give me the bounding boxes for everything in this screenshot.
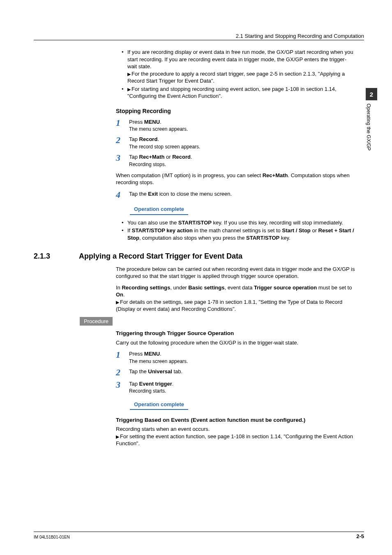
step-3: 3 Tap Event trigger. Recording starts. (116, 380, 355, 395)
reference-arrow-icon (127, 71, 131, 77)
step-number: 3 (116, 153, 129, 162)
step-bold: Record (172, 154, 191, 160)
step-bold: Rec+Math (139, 154, 165, 160)
step-note: Recording starts. (129, 388, 355, 394)
bullet-bold: Start / Stop (282, 227, 310, 234)
step-2: 2 Tap the Universal tab. (116, 368, 355, 377)
bullet-text: If (127, 227, 132, 234)
step-bold: Event trigger (139, 381, 172, 387)
list-item: You can also use the START/STOP key. If … (122, 219, 355, 227)
bullet-text: You can also use the (127, 220, 178, 226)
paragraph: In Recording settings, under Basic setti… (116, 284, 355, 298)
step-bold: Record (139, 136, 158, 142)
list-item: If START/STOP key action in the math cha… (122, 227, 355, 241)
step-note: Recording stops. (129, 161, 355, 168)
para-bold: Trigger source operation (254, 284, 317, 291)
reference-text: For setting the event action function, s… (116, 433, 353, 447)
footer-page-number: 2-5 (356, 533, 364, 539)
section-heading-2-1-3: 2.1.3 Applying a Record Start Trigger fo… (34, 251, 355, 261)
step-3: 3 Tap Rec+Math or Record. Recording stop… (116, 153, 355, 168)
para-bold: Basic settings (188, 284, 224, 291)
reference-arrow-icon (116, 299, 120, 305)
chapter-tab: 2 Operating the GX/GP (366, 88, 377, 150)
step-text: . (160, 351, 161, 357)
subheading-trigger-events: Triggering Based on Events (Event action… (116, 416, 355, 424)
para-text: In (116, 284, 122, 291)
step-text: . (191, 154, 192, 160)
step-number: 2 (116, 136, 129, 145)
section-number: 2.1.3 (34, 251, 79, 261)
bullet-text: , computation also stops when you press … (139, 235, 246, 241)
step-number: 1 (116, 350, 129, 359)
step-text: Press (129, 119, 144, 125)
para-bold: Recording settings (122, 284, 170, 291)
bullet-text: key. If you use this key, recording will… (212, 220, 343, 226)
step-text: or (164, 154, 172, 160)
bullet-text: or (311, 227, 318, 234)
chapter-tab-label: Operating the GX/GP (366, 104, 371, 150)
paragraph: The procedure below can be carried out w… (116, 266, 355, 280)
reference-arrow-icon (116, 433, 120, 439)
bullet-text: key. (279, 235, 291, 241)
para-text: When computation (/MT option) is in prog… (116, 172, 263, 178)
post-bullet-list: You can also use the START/STOP key. If … (116, 219, 355, 242)
step-number: 3 (116, 380, 129, 389)
step-2: 2 Tap Record. The record stop screen app… (116, 136, 355, 150)
para-text: . (123, 291, 125, 298)
step-text: Tap (129, 154, 139, 160)
step-1: 1 Press MENU. The menu screen appears. (116, 350, 355, 365)
list-item: If you are recording display or event da… (122, 49, 355, 85)
para-bold: On (116, 291, 123, 298)
paragraph: When computation (/MT option) is in prog… (116, 172, 355, 186)
bullet-bold: START/STOP key action (132, 227, 193, 234)
step-bold: Universal (148, 368, 172, 375)
reference-text: For starting and stopping recording usin… (127, 86, 337, 99)
step-bold: MENU (144, 351, 160, 357)
para-bold: Rec+Math (263, 172, 288, 178)
paragraph: Recording starts when an event occurs. (116, 426, 355, 433)
step-text: Tap (129, 381, 139, 387)
step-number: 2 (116, 368, 129, 377)
step-text: Tap the (129, 191, 148, 197)
step-note: The record stop screen appears. (129, 143, 355, 150)
chapter-tab-number: 2 (366, 88, 377, 100)
reference-line: For setting the event action function, s… (116, 433, 355, 447)
step-note: The menu screen appears. (129, 126, 355, 132)
subheading-trigger-source: Triggering through Trigger Source Operat… (116, 330, 355, 337)
running-header: 2.1 Starting and Stopping Recording and … (236, 33, 364, 39)
step-number: 1 (116, 118, 129, 127)
step-text: . (157, 136, 159, 142)
procedure-label: Procedure (80, 317, 113, 326)
operation-complete-badge: Operation complete (130, 400, 188, 410)
reference-line: For details on the settings, see page 1-… (116, 298, 355, 313)
step-number: 4 (116, 190, 129, 199)
list-item: For starting and stopping recording usin… (122, 86, 355, 100)
step-bold: Exit (148, 191, 158, 197)
step-text: Tap (129, 136, 139, 142)
step-text: Tap the (129, 368, 148, 375)
step-text: Press (129, 351, 144, 357)
reference-text: For details on the settings, see page 1-… (116, 299, 342, 312)
para-text: must be set to (317, 284, 352, 291)
step-1: 1 Press MENU. The menu screen appears. (116, 118, 355, 133)
intro-bullet-list: If you are recording display or event da… (116, 49, 355, 100)
bullet-bold: START/STOP (246, 235, 279, 241)
bullet-bold: START/STOP (178, 220, 212, 226)
paragraph: Carry out the following procedure when t… (116, 339, 355, 347)
bullet-text: If you are recording display or event da… (127, 49, 353, 69)
step-text: tab. (172, 368, 182, 375)
step-text: icon to close the menu screen. (158, 191, 232, 197)
step-text: . (172, 381, 174, 387)
para-text: , event data (224, 284, 254, 291)
operation-complete-badge: Operation complete (130, 204, 188, 215)
section-title: Applying a Record Start Trigger for Even… (79, 251, 242, 261)
reference-text: For the procedure to apply a record star… (127, 71, 345, 84)
para-text: , under (170, 284, 188, 291)
reference-arrow-icon (127, 86, 131, 92)
bullet-text: in the math channel settings is set to (193, 227, 282, 234)
step-4: 4 Tap the Exit icon to close the menu sc… (116, 190, 355, 199)
step-text: . (160, 119, 161, 125)
step-bold: MENU (144, 119, 160, 125)
step-note: The menu screen appears. (129, 358, 355, 365)
footer-doc-id: IM 04L51B01-01EN (34, 535, 70, 539)
